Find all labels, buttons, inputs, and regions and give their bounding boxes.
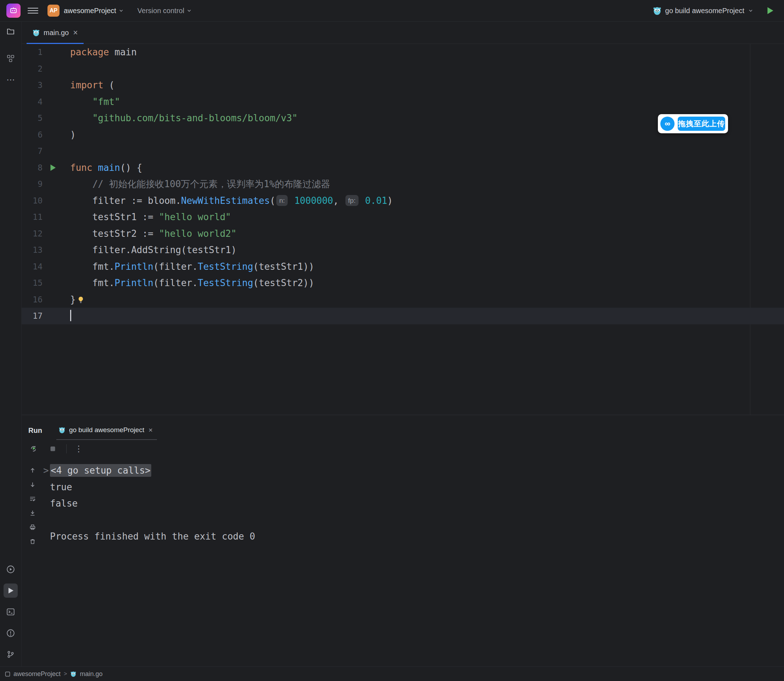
upload-label: 拖拽至此上传: [678, 117, 725, 131]
structure-tool-icon[interactable]: [3, 51, 18, 66]
editor-line[interactable]: 17: [22, 308, 784, 325]
line-number[interactable]: 3: [22, 77, 45, 93]
code-token: // 初始化能接收100万个元素，误判率为1%的布隆过滤器: [92, 179, 330, 189]
editor-line[interactable]: 16}: [22, 291, 784, 308]
code-token: Println: [114, 261, 153, 272]
code-token: "github.com/bits-and-blooms/bloom/v3": [92, 113, 297, 124]
gutter: [45, 209, 70, 225]
run-tool-window-icon[interactable]: [3, 583, 18, 598]
console-fold-chevron-icon[interactable]: >: [43, 462, 49, 479]
code-editor[interactable]: 1package main23import (4 "fmt"5 "github.…: [22, 44, 784, 415]
breadcrumb-file[interactable]: main.go: [80, 670, 103, 678]
line-number[interactable]: 13: [22, 242, 45, 258]
editor-line[interactable]: 9 // 初始化能接收100万个元素，误判率为1%的布隆过滤器: [22, 176, 784, 193]
code-token: [70, 179, 92, 189]
code-token: func: [70, 162, 92, 173]
gutter: [45, 275, 70, 291]
editor-line[interactable]: 12 testStr2 := "hello world2": [22, 225, 784, 242]
tab-close-icon[interactable]: ×: [73, 29, 77, 37]
code-token: main: [98, 162, 120, 173]
more-tool-windows-icon[interactable]: ⋯: [3, 73, 18, 87]
run-gutter-icon[interactable]: [45, 160, 70, 176]
intention-bulb-icon[interactable]: [76, 296, 85, 304]
project-badge[interactable]: AP: [47, 5, 60, 17]
rerun-icon[interactable]: [28, 443, 40, 455]
line-number[interactable]: 16: [22, 291, 45, 308]
editor-line[interactable]: 1package main: [22, 44, 784, 61]
gutter: [45, 110, 70, 127]
line-number[interactable]: 6: [22, 127, 45, 143]
line-number[interactable]: 15: [22, 275, 45, 291]
line-number[interactable]: 4: [22, 93, 45, 110]
line-number[interactable]: 1: [22, 44, 45, 61]
stop-icon[interactable]: [47, 443, 58, 455]
editor-line[interactable]: 13 filter.AddString(testStr1): [22, 242, 784, 258]
line-number[interactable]: 12: [22, 225, 45, 242]
project-tool-icon[interactable]: [3, 24, 18, 39]
run-tab[interactable]: go build awesomeProject ×: [56, 421, 157, 440]
services-tool-icon[interactable]: [3, 562, 18, 576]
console-line: false: [22, 495, 784, 512]
code-text: func main() {: [70, 160, 142, 176]
line-number[interactable]: 10: [22, 193, 45, 209]
folded-output[interactable]: <4 go setup calls>: [50, 464, 151, 477]
line-number[interactable]: 9: [22, 176, 45, 193]
text-cursor: [70, 310, 71, 321]
breadcrumb-project[interactable]: awesomeProject: [13, 670, 60, 678]
code-token: (filter.: [153, 261, 198, 272]
editor-line[interactable]: 3import (: [22, 77, 784, 93]
tab-main-go[interactable]: main.go ×: [27, 22, 84, 44]
go-gopher-icon: [653, 6, 662, 15]
code-token: [70, 113, 92, 124]
editor-line[interactable]: 11 testStr1 := "hello world": [22, 209, 784, 225]
code-token: [289, 195, 294, 206]
console-line: ><4 go setup calls>: [22, 462, 784, 479]
line-number[interactable]: 7: [22, 143, 45, 160]
code-text: }: [70, 291, 85, 308]
console-line: [22, 512, 784, 529]
main-menu-icon[interactable]: [28, 5, 38, 16]
run-tab-close-icon[interactable]: ×: [149, 426, 153, 434]
project-name[interactable]: awesomeProject: [64, 7, 116, 15]
console-output[interactable]: ><4 go setup calls>truefalseProcess fini…: [22, 462, 784, 545]
line-number[interactable]: 5: [22, 110, 45, 127]
code-token: Println: [114, 277, 153, 288]
code-token: (testStr1)): [253, 261, 314, 272]
gutter: [45, 291, 70, 308]
breadcrumb-separator: >: [64, 671, 67, 677]
version-control-tool-icon[interactable]: [3, 647, 18, 662]
code-token: [360, 195, 365, 206]
project-chevron-down-icon[interactable]: [119, 8, 124, 13]
more-options-icon[interactable]: ⋮: [74, 445, 83, 453]
gutter: [45, 176, 70, 193]
terminal-tool-icon[interactable]: [3, 605, 18, 619]
code-token: ): [387, 195, 393, 206]
run-button[interactable]: [763, 4, 777, 17]
project-icon: [5, 671, 10, 677]
console-line: true: [22, 479, 784, 496]
run-configuration-selector[interactable]: go build awesomeProject: [653, 6, 754, 15]
editor-line[interactable]: 14 fmt.Println(filter.TestString(testStr…: [22, 258, 784, 275]
problems-tool-icon[interactable]: [3, 626, 18, 640]
line-number[interactable]: 2: [22, 61, 45, 77]
gutter: [45, 127, 70, 143]
line-number[interactable]: 11: [22, 209, 45, 225]
editor-line[interactable]: 4 "fmt": [22, 93, 784, 110]
editor-line[interactable]: 10 filter := bloom.NewWithEstimates(n: 1…: [22, 193, 784, 209]
app-logo-icon[interactable]: [6, 3, 21, 18]
editor-line[interactable]: 15 fmt.Println(filter.TestString(testStr…: [22, 275, 784, 291]
editor-line[interactable]: 2: [22, 61, 784, 77]
editor-line[interactable]: 8func main() {: [22, 160, 784, 176]
code-text: // 初始化能接收100万个元素，误判率为1%的布隆过滤器: [70, 176, 330, 193]
go-file-icon: [32, 29, 40, 36]
version-control-chevron-down-icon[interactable]: [187, 8, 192, 13]
version-control-menu[interactable]: Version control: [138, 7, 184, 15]
code-token: import: [70, 80, 103, 90]
drag-upload-overlay[interactable]: ∞ 拖拽至此上传: [658, 114, 728, 133]
code-token: "hello world": [159, 212, 231, 222]
line-number[interactable]: 14: [22, 258, 45, 275]
editor-line[interactable]: 7: [22, 143, 784, 160]
run-configuration-chevron-down-icon: [748, 8, 754, 13]
line-number[interactable]: 8: [22, 160, 45, 176]
line-number[interactable]: 17: [22, 308, 45, 325]
